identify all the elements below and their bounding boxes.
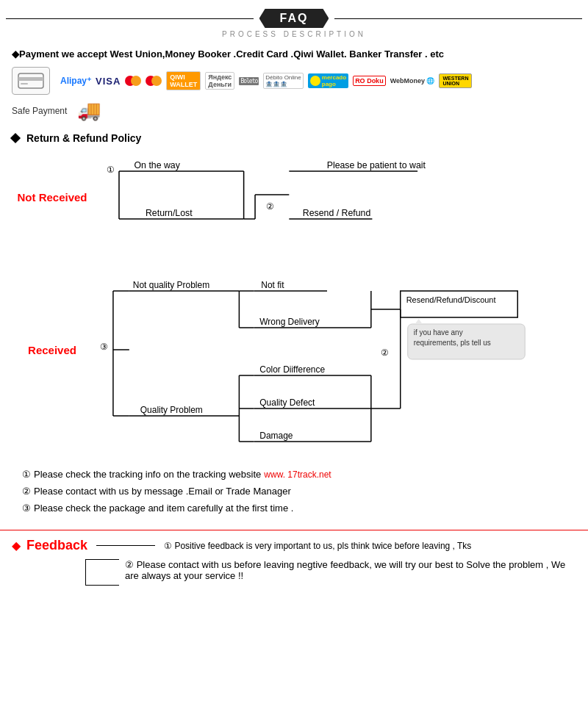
feedback-line — [96, 545, 155, 546]
page-title: FAQ — [259, 9, 329, 28]
feedback-header: ◆ Feedback ① Positive feedback is very i… — [12, 538, 576, 553]
svg-text:②: ② — [381, 348, 389, 358]
svg-text:requirements, pls tell us: requirements, pls tell us — [414, 339, 491, 347]
diamond-icon — [10, 133, 21, 143]
not-received-label: Not Received — [12, 191, 93, 204]
note-circle-1: ① — [22, 469, 31, 480]
page-header: FAQ PROCESS DESCRIPTION — [0, 0, 588, 41]
svg-text:Color Diifference: Color Diifference — [259, 364, 325, 375]
not-received-wrapper: Not Received ① On the way Return/Lost — [12, 153, 576, 241]
payment-logos: Alipay⁺ VISA QIWIWALLET ЯндексДеньги Bol… — [60, 71, 472, 90]
feedback-circle-2: ② — [125, 559, 137, 570]
note-item-2: ② Please contact with us by message .Ema… — [22, 486, 566, 497]
header-subtitle: PROCESS DESCRIPTION — [0, 30, 588, 38]
logo-westernunion: WESTERNUNION — [439, 73, 472, 88]
logo-visa: VISA — [96, 76, 121, 87]
svg-marker-40 — [415, 319, 423, 324]
r-diagram: ③ Not quality Problem Not fit Wrong Deli… — [93, 247, 576, 453]
safe-payment-row: Safe Payment 🚚 — [12, 99, 101, 122]
tracking-link: www. 17track.net — [264, 469, 331, 480]
svg-text:Return/Lost: Return/Lost — [146, 208, 193, 218]
card-icon-box — [12, 67, 50, 95]
notes-section: ① Please check the tracking info on the … — [0, 461, 588, 527]
logo-boleto: Boleto — [239, 77, 259, 85]
header-hr-left — [6, 18, 254, 19]
logo-doku: RO Doku — [353, 76, 386, 86]
feedback-item-2-text: ② Please contact with us before leaving … — [125, 559, 576, 581]
svg-text:Wrong Delivery: Wrong Delivery — [259, 317, 319, 327]
svg-text:③: ③ — [100, 342, 108, 352]
logo-alipay: Alipay⁺ — [60, 76, 91, 86]
svg-text:On the way: On the way — [135, 160, 181, 170]
note-text-1: Please check the tracking info on the tr… — [34, 469, 261, 480]
logo-qiwi: QIWIWALLET — [166, 71, 201, 90]
svg-text:Quality Problem: Quality Problem — [140, 405, 203, 415]
header-hr-right — [334, 18, 582, 19]
refund-title: Return & Refund Policy — [12, 132, 576, 144]
credit-card-icon — [18, 72, 44, 90]
feedback-item-2-row: ② Please contact with us before leaving … — [85, 559, 576, 586]
note-circle-3: ③ — [22, 503, 31, 514]
svg-text:①: ① — [107, 165, 115, 175]
note-text-2: Please contact with us by message .Email… — [34, 486, 291, 497]
logo-debito: Débito Online🏦🏦🏦 — [263, 73, 303, 89]
payment-title: ◆Payment we accept West Union,Money Book… — [12, 48, 576, 60]
nr-diagram: ① On the way Return/Lost ② Please — [93, 156, 576, 237]
received-label: Received — [12, 344, 93, 356]
refund-section: Return & Refund Policy Not Received ① On… — [0, 126, 588, 461]
feedback-circle-1: ① — [164, 541, 174, 551]
svg-rect-2 — [21, 83, 28, 84]
logo-mastercard — [125, 76, 141, 86]
svg-text:Damage: Damage — [259, 431, 293, 441]
feedback-diamond-icon: ◆ — [12, 539, 21, 553]
note-item-3: ③ Please check the package and item care… — [22, 503, 566, 514]
nr-svg: ① On the way Return/Lost ② Please — [93, 156, 576, 237]
truck-icon: 🚚 — [77, 99, 101, 122]
note-text-3: Please check the package and item carefu… — [34, 503, 293, 514]
svg-text:②: ② — [266, 201, 274, 212]
feedback-section: ◆ Feedback ① Positive feedback is very i… — [0, 530, 588, 593]
svg-text:Please be patient to wait: Please be patient to wait — [327, 160, 426, 170]
feedback-title: Feedback — [26, 538, 87, 553]
safe-payment-label: Safe Payment — [12, 106, 67, 116]
logo-webmoney: WebMoney 🌐 — [390, 77, 435, 84]
logo-mercado: mercadopago — [308, 73, 348, 88]
svg-text:Not fit: Not fit — [261, 280, 284, 290]
svg-rect-1 — [18, 77, 43, 81]
logo-mastercard2 — [146, 76, 162, 86]
note-circle-2: ② — [22, 486, 31, 497]
note-item-1: ① Please check the tracking info on the … — [22, 469, 566, 480]
received-wrapper: Received ③ Not quality Problem Not — [12, 247, 576, 453]
feedback-item-1-text: ① Positive feedback is very important to… — [164, 541, 576, 551]
svg-text:Resend / Refund: Resend / Refund — [303, 208, 370, 218]
received-svg: ③ Not quality Problem Not fit Wrong Deli… — [93, 247, 576, 453]
svg-text:if you have any: if you have any — [414, 328, 463, 336]
payment-section: ◆Payment we accept West Union,Money Book… — [0, 41, 588, 126]
feedback-box-2 — [85, 559, 119, 586]
svg-text:Resend/Refund/Discount: Resend/Refund/Discount — [406, 295, 496, 304]
svg-text:Not quality Problem: Not quality Problem — [133, 280, 209, 290]
logo-yandex: ЯндексДеньги — [205, 72, 234, 90]
svg-text:Quality Defect: Quality Defect — [259, 397, 315, 408]
